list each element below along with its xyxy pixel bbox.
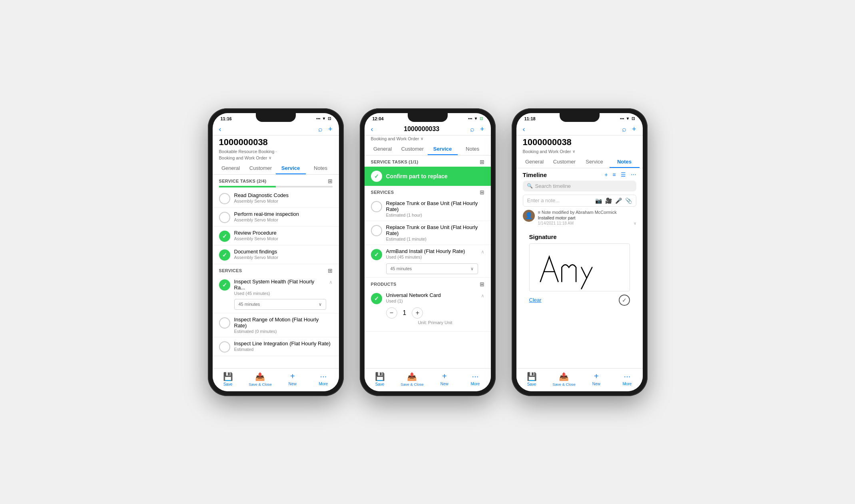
tab-customer-3[interactable]: Customer <box>550 155 580 168</box>
status-icons-1: ▪▪▪ ▼ ⊡ <box>316 116 331 121</box>
tab-service-1[interactable]: Service <box>276 162 306 174</box>
tab-notes-1[interactable]: Notes <box>306 162 336 174</box>
tab-notes-2[interactable]: Notes <box>458 143 488 155</box>
video-icon-3[interactable]: 🎥 <box>605 197 612 204</box>
more-btn-1[interactable]: ··· More <box>313 372 333 386</box>
product-check-1[interactable] <box>371 293 382 304</box>
notes-section-3: Timeline + ≡ ☰ ⋯ 🔍 Search timeline <box>516 168 643 312</box>
scroll-content-2: SERVICE TASKS (1/1) ⊞ ✓ Confirm part to … <box>365 155 491 368</box>
check-circle-2[interactable] <box>219 212 230 223</box>
save-close-btn-2[interactable]: 📤 Save & Close <box>401 372 424 386</box>
mic-icon-3[interactable]: 🎤 <box>615 197 622 204</box>
back-button-2[interactable]: ‹ <box>371 125 373 133</box>
note-input-3[interactable]: Enter a note... 📷 🎥 🎤 📎 <box>523 195 636 207</box>
search-icon-3: 🔍 <box>527 183 533 189</box>
increment-btn-1[interactable]: + <box>412 307 423 319</box>
products-icon-2[interactable]: ⊞ <box>480 281 484 287</box>
product-counter-1: − 1 + <box>386 307 484 319</box>
product-item-1[interactable]: Universal Network Card Used (1) ∧ − 1 + … <box>365 289 491 332</box>
timeline-more-btn[interactable]: ⋯ <box>631 171 636 178</box>
add-button-3[interactable]: + <box>632 125 636 133</box>
timeline-list-btn[interactable]: ☰ <box>621 171 626 178</box>
time-1: 11:16 <box>221 116 232 121</box>
time-2: 12:04 <box>373 116 384 121</box>
save-btn-1[interactable]: 💾 Save <box>218 372 238 386</box>
notch-3 <box>560 113 600 122</box>
attach-icon-3[interactable]: 📎 <box>625 197 632 204</box>
tab-customer-2[interactable]: Customer <box>398 143 428 155</box>
search-button-1[interactable]: ⌕ <box>318 125 323 133</box>
service-item-2[interactable]: Inspect Range of Motion (Flat Hourly Rat… <box>213 313 339 337</box>
service-tasks-header-1: SERVICE TASKS (2/4) ⊞ <box>213 175 339 186</box>
note-expand-3[interactable]: ∨ <box>634 221 636 225</box>
service-p2-check-2[interactable] <box>371 225 382 236</box>
service-p2-check-3[interactable] <box>371 249 382 260</box>
timeline-actions-3: + ≡ ☰ ⋯ <box>604 171 636 178</box>
save-close-btn-3[interactable]: 📤 Save & Close <box>552 372 576 386</box>
service-dropdown-1[interactable]: 45 minutes ∨ <box>234 299 326 310</box>
check-circle-4[interactable] <box>219 249 230 261</box>
add-button-1[interactable]: + <box>328 125 333 133</box>
bottom-bar-1: 💾 Save 📤 Save & Close + New ··· More <box>213 368 339 391</box>
confirmed-task-2[interactable]: ✓ Confirm part to replace <box>365 167 491 186</box>
back-button-1[interactable]: ‹ <box>219 125 221 133</box>
note-entry-3: 👤 ≡ Note modified by Abraham McCormick I… <box>523 210 636 225</box>
tab-service-3[interactable]: Service <box>580 155 610 168</box>
more-btn-2[interactable]: ··· More <box>465 372 485 386</box>
check-circle-1[interactable] <box>219 193 230 204</box>
tab-customer-1[interactable]: Customer <box>246 162 276 174</box>
new-icon-1: + <box>290 372 295 381</box>
camera-icon-3[interactable]: 📷 <box>595 197 602 204</box>
check-circle-3[interactable] <box>219 231 230 242</box>
notch-2 <box>408 113 448 122</box>
tab-notes-3[interactable]: Notes <box>610 155 640 168</box>
new-btn-1[interactable]: + New <box>283 372 303 386</box>
timeline-filter-btn[interactable]: ≡ <box>612 171 616 178</box>
services-icon-2[interactable]: ⊞ <box>480 189 484 195</box>
section-icon-1[interactable]: ⊞ <box>328 178 333 184</box>
service-p2-item-2[interactable]: Replace Trunk or Base Unit (Flat Hourly … <box>365 221 491 245</box>
order-title-2: 1000000033 <box>404 126 439 133</box>
task-item-2[interactable]: Perform real-time inspection Assembly Se… <box>213 208 339 227</box>
services-header-1: SERVICES ⊞ <box>213 264 339 275</box>
decrement-btn-1[interactable]: − <box>386 307 397 319</box>
new-btn-3[interactable]: + New <box>586 372 606 386</box>
save-btn-3[interactable]: 💾 Save <box>522 372 542 386</box>
tab-general-3[interactable]: General <box>520 155 550 168</box>
add-button-2[interactable]: + <box>480 125 484 133</box>
tab-general-2[interactable]: General <box>368 143 398 155</box>
service-item-1[interactable]: Inspect System Health (Flat Hourly Ra...… <box>213 275 339 313</box>
notch-1 <box>256 113 296 122</box>
task-item-4[interactable]: Document findings Assembly Servo Motor <box>213 245 339 264</box>
service-p2-item-1[interactable]: Replace Trunk or Base Unit (Flat Hourly … <box>365 197 491 221</box>
tab-service-2[interactable]: Service <box>428 143 458 155</box>
service-check-3[interactable] <box>219 341 230 353</box>
task-item-1[interactable]: Read Diagnostic Codes Assembly Servo Mot… <box>213 189 339 208</box>
scroll-content-1: SERVICE TASKS (2/4) ⊞ Read Diagnostic Co… <box>213 175 339 368</box>
service-p2-check-1[interactable] <box>371 201 382 212</box>
save-btn-2[interactable]: 💾 Save <box>370 372 390 386</box>
section-icon-2[interactable]: ⊞ <box>480 159 484 165</box>
back-button-3[interactable]: ‹ <box>523 125 525 133</box>
service-check-1[interactable] <box>219 279 230 291</box>
service-item-3[interactable]: Inspect Line Integration (Flat Hourly Ra… <box>213 337 339 356</box>
bottom-bar-3: 💾 Save 📤 Save & Close + New ··· More <box>516 368 643 391</box>
services-icon-1[interactable]: ⊞ <box>328 267 333 274</box>
signature-actions-3: Clear ✓ <box>529 295 630 306</box>
more-btn-3[interactable]: ··· More <box>617 372 637 386</box>
new-btn-2[interactable]: + New <box>434 372 454 386</box>
confirm-button-3[interactable]: ✓ <box>619 295 630 306</box>
save-close-btn-1[interactable]: 📤 Save & Close <box>249 372 272 386</box>
note-icon-3: ≡ <box>538 210 540 215</box>
clear-button-3[interactable]: Clear <box>529 297 542 303</box>
service-p2-item-3[interactable]: ArmBand Install (Flat Hourly Rate) Used … <box>365 245 491 278</box>
service-p2-dropdown-3[interactable]: 45 minutes ∨ <box>386 263 478 274</box>
timeline-search-3[interactable]: 🔍 Search timeline <box>523 181 636 191</box>
search-button-3[interactable]: ⌕ <box>622 125 626 133</box>
signature-canvas-3[interactable] <box>529 243 630 291</box>
timeline-add-btn[interactable]: + <box>604 171 608 178</box>
tab-general-1[interactable]: General <box>216 162 246 174</box>
task-item-3[interactable]: Review Procedure Assembly Servo Motor <box>213 227 339 245</box>
service-check-2[interactable] <box>219 317 230 329</box>
search-button-2[interactable]: ⌕ <box>470 125 474 133</box>
